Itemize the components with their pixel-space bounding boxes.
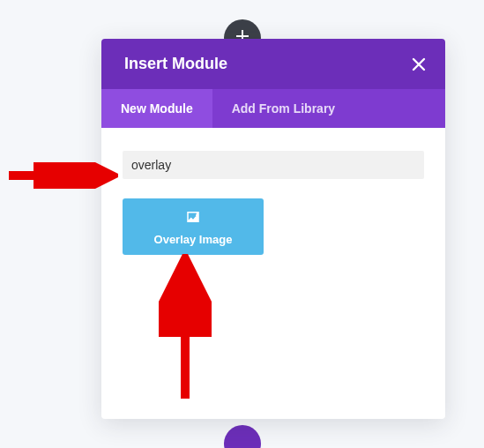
module-overlay-image[interactable]: Overlay Image (123, 198, 264, 255)
tab-add-from-library[interactable]: Add From Library (212, 89, 354, 128)
tab-new-module[interactable]: New Module (101, 89, 212, 128)
modal-header: Insert Module (101, 39, 445, 89)
close-icon (412, 57, 426, 71)
close-button[interactable] (412, 57, 426, 71)
search-input[interactable] (123, 151, 424, 179)
bottom-circle-button[interactable] (224, 425, 261, 448)
modal-body: Overlay Image (101, 128, 445, 419)
modal-title: Insert Module (124, 55, 227, 73)
image-overlay-icon (185, 209, 201, 228)
module-label: Overlay Image (154, 233, 233, 246)
modal-tabs: New Module Add From Library (101, 89, 445, 128)
insert-module-modal: Insert Module New Module Add From Librar… (101, 39, 445, 419)
